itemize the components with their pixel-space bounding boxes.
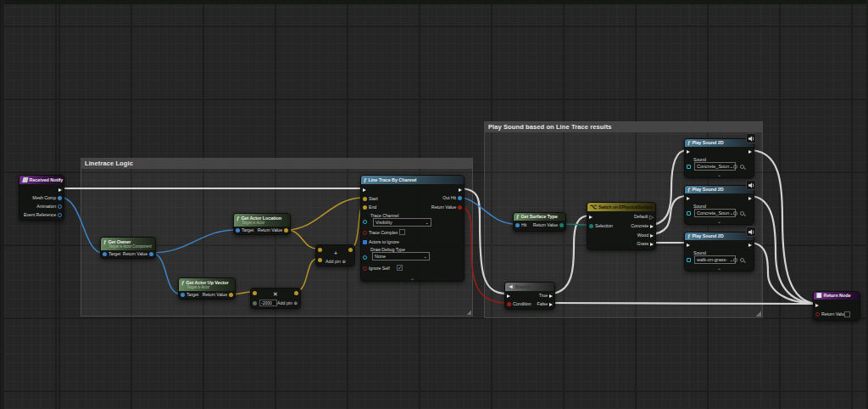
pin-mesh-comp[interactable]: Mesh Comp [32, 195, 62, 201]
node-play-sound-2d-1[interactable]: ƒPlay Sound 2D Sound Concrete_Soun⌄ ⌄ [684, 138, 754, 178]
node-multiply[interactable]: ✕ -2000 Add pin ⊕ [250, 288, 301, 309]
add-operator: + [334, 250, 337, 256]
pin-return-value[interactable]: Return Value [815, 311, 846, 317]
add-add-pin[interactable]: Add pin ⊕ [326, 259, 346, 264]
pin-start[interactable]: Start [363, 196, 378, 202]
pin-return-value[interactable]: Return Value [431, 204, 462, 210]
ignore-self-checkbox[interactable]: ✓ [397, 265, 403, 271]
pin-exec-out[interactable] [748, 195, 752, 201]
pin-default[interactable]: ▷Default [634, 214, 654, 220]
pin-animation[interactable]: Animation [36, 204, 62, 210]
multiply-operator: ✕ [273, 291, 278, 297]
node-received-notify[interactable]: ▤Received Notify Mesh Comp Animation Eve… [19, 175, 64, 221]
pin-exec-in[interactable] [687, 195, 690, 201]
pin-sound[interactable] [687, 164, 691, 170]
node-title: Return Node [824, 293, 851, 298]
pin-return-value[interactable]: Return Value [258, 227, 288, 233]
pin-multiply-out[interactable] [294, 290, 298, 296]
wire-meshcomp-to-getowner [59, 197, 103, 253]
collapse-chevron[interactable]: ⌄ [361, 276, 464, 281]
pin-trace-channel[interactable] [363, 219, 367, 225]
function-icon: ƒ [687, 139, 690, 146]
node-get-owner[interactable]: ƒGet Owner Target is Actor Component Tar… [100, 237, 156, 259]
node-return[interactable]: ▦Return Node Return Value [813, 291, 860, 321]
node-title: Branch [515, 284, 531, 289]
collapse-chevron[interactable]: ⌄ [685, 266, 754, 271]
node-play-sound-2d-3[interactable]: ƒPlay Sound 2D Sound walk-on-grass-⌄ ⌄ [684, 232, 754, 272]
node-switch-ephysicalsurface[interactable]: ⌥Switch on EPhysicalSurface Selection ▷D… [587, 202, 656, 250]
multiply-value-input[interactable]: -2000 [259, 300, 277, 306]
pin-condition[interactable]: Condition [507, 301, 531, 307]
function-icon: ƒ [687, 233, 690, 239]
pin-exec-in[interactable] [363, 187, 366, 193]
node-branch[interactable]: ◄Branch Condition True False [504, 282, 555, 310]
pin-exec-in[interactable] [507, 293, 510, 299]
pin-exec-in[interactable] [589, 214, 593, 220]
pin-add-out[interactable] [348, 247, 353, 253]
pin-exec-in[interactable] [687, 148, 690, 154]
pin-return-value[interactable]: Return Value [533, 222, 564, 228]
node-title: Play Sound 2D [692, 233, 723, 238]
pin-return-value[interactable]: Return Value [123, 251, 153, 257]
node-play-sound-2d-2[interactable]: ƒPlay Sound 2D Sound Concrete_Soun⌄ ⌄ [684, 185, 754, 225]
asset-browse-icon [740, 211, 744, 216]
pin-exec-out[interactable] [58, 187, 62, 193]
pin-return-value[interactable]: Return Value [203, 292, 233, 298]
pin-selection[interactable]: Selection [589, 223, 613, 229]
pin-wood[interactable]: Wood [637, 233, 654, 238]
event-icon: ▤ [22, 176, 28, 183]
collapse-chevron[interactable]: ⌄ [685, 219, 754, 224]
pin-exec-in[interactable] [815, 302, 819, 308]
asset-icons[interactable] [733, 210, 744, 216]
pin-target[interactable]: Target [103, 251, 120, 257]
sound-asset-dropdown[interactable]: Concrete_Soun⌄ [694, 162, 736, 171]
pin-target[interactable]: Target [236, 227, 253, 233]
pin-actors-to-ignore[interactable]: Actors to Ignore [363, 239, 399, 245]
sound-asset-dropdown[interactable]: walk-on-grass-⌄ [694, 255, 736, 264]
pin-add-b[interactable] [318, 257, 322, 263]
trace-complex-checkbox[interactable] [399, 229, 405, 235]
pin-out-hit[interactable]: Out Hit [442, 195, 462, 201]
pin-exec-out[interactable] [748, 148, 752, 154]
pin-event-reference[interactable]: Event Reference [24, 212, 62, 218]
asset-icons[interactable] [733, 164, 744, 170]
pin-ignore-self[interactable]: Ignore Self [363, 266, 390, 272]
node-subtitle: Target is Actor [242, 221, 264, 226]
node-get-surface-type[interactable]: ƒGet Surface Type Hit Return Value [513, 212, 566, 232]
pin-hit[interactable]: Hit [515, 222, 526, 228]
asset-icons[interactable] [733, 257, 744, 263]
pin-exec-out[interactable] [748, 242, 752, 248]
return-value-checkbox[interactable] [844, 311, 850, 317]
pin-trace-complex[interactable]: Trace Complex [363, 230, 398, 236]
trace-channel-dropdown[interactable]: Visibility⌄ [373, 218, 431, 227]
node-line-trace-by-channel[interactable]: ƒLine Trace By Channel Start Out Hit End… [360, 175, 465, 282]
pin-true[interactable]: True [539, 293, 553, 299]
pin-add-a[interactable] [318, 247, 322, 253]
node-get-actor-location[interactable]: ƒGet Actor Location Target is Actor Targ… [233, 213, 291, 235]
pin-grass[interactable]: Grass [637, 241, 654, 247]
wire-getactorlocation-to-add [287, 230, 317, 249]
pin-draw-debug-type[interactable] [363, 255, 367, 261]
node-add[interactable]: + Add pin ⊕ [315, 244, 355, 266]
pin-multiply-a[interactable] [253, 290, 257, 296]
pin-false[interactable]: False [537, 301, 553, 307]
collapse-chevron[interactable]: ⌄ [685, 172, 754, 177]
node-get-actor-up-vector[interactable]: ƒGet Actor Up Vector Target is Actor Tar… [178, 277, 236, 300]
pin-exec-out[interactable] [459, 187, 462, 193]
pin-concrete[interactable]: Concrete [631, 223, 654, 229]
multiply-add-pin[interactable]: Add pin ⊕ [277, 300, 298, 305]
node-title: Get Surface Type [520, 214, 557, 219]
asset-browse-icon [740, 165, 744, 169]
switch-icon: ⌥ [590, 204, 597, 210]
pin-multiply-b[interactable] [253, 300, 257, 306]
pin-sound[interactable] [687, 257, 691, 263]
pin-exec-in[interactable] [687, 242, 690, 248]
sound-asset-dropdown[interactable]: Concrete_Soun⌄ [694, 209, 736, 217]
pin-end[interactable]: End [363, 204, 376, 210]
wire-exec-playsound3-to-return [749, 243, 816, 304]
pin-target[interactable]: Target [181, 292, 198, 298]
pin-sound[interactable] [687, 210, 691, 216]
draw-debug-dropdown[interactable]: None⌄ [372, 252, 430, 261]
speaker-icon [746, 133, 756, 143]
function-icon: ƒ [236, 215, 239, 221]
